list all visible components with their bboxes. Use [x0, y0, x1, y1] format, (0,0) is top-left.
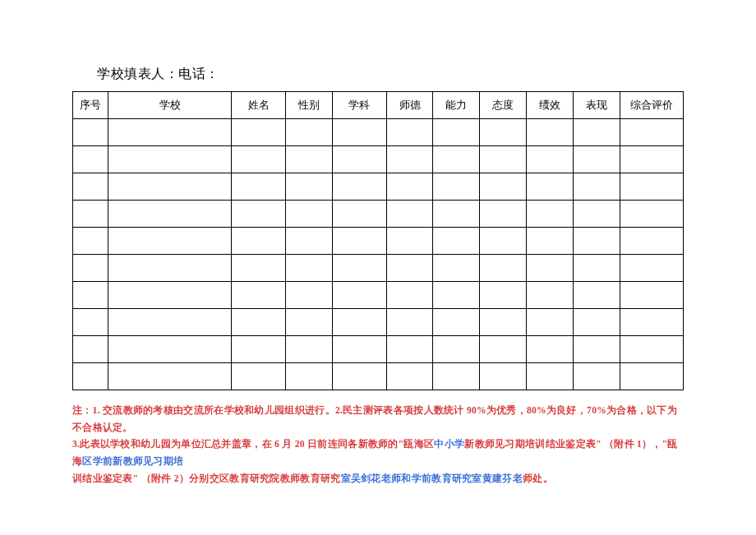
table-cell	[286, 201, 333, 228]
table-cell	[232, 336, 286, 363]
note-text-blue: 中小学	[434, 439, 464, 449]
table-cell	[232, 363, 286, 390]
table-row	[73, 173, 684, 201]
table-row	[73, 255, 684, 282]
table-header-row: 序号 学校 姓名 性别 学科 师德 能力 态度 绩效 表现 综合评价	[73, 92, 684, 119]
table-cell	[286, 255, 333, 282]
table-cell	[527, 336, 574, 363]
table-cell	[433, 255, 480, 282]
col-subject: 学科	[332, 92, 386, 119]
table-cell	[332, 173, 386, 201]
table-cell	[332, 255, 386, 282]
table-cell	[386, 336, 433, 363]
table-row	[73, 119, 684, 146]
table-cell	[286, 173, 333, 201]
table-cell	[620, 146, 683, 173]
col-seq: 序号	[73, 92, 108, 119]
table-cell	[386, 309, 433, 336]
table-cell	[286, 119, 333, 146]
table-cell	[573, 173, 620, 201]
footer-notes: 注：1. 交流教师的考核由交流所在学校和幼儿园组织进行。2.民主测评表各项按人数…	[72, 402, 684, 487]
table-cell	[73, 255, 108, 282]
table-cell	[527, 363, 574, 390]
phone-label: 电话：	[178, 67, 219, 81]
table-cell	[620, 228, 683, 255]
table-row	[73, 363, 684, 390]
table-cell	[332, 282, 386, 309]
table-cell	[108, 363, 232, 390]
note-text-blue: 区学前新教师见习期培	[82, 456, 183, 466]
table-row	[73, 336, 684, 363]
table-cell	[480, 173, 527, 201]
table-cell	[480, 146, 527, 173]
table-cell	[73, 336, 108, 363]
table-cell	[73, 173, 108, 201]
col-name: 姓名	[232, 92, 286, 119]
table-cell	[527, 255, 574, 282]
table-cell	[527, 282, 574, 309]
table-cell	[108, 119, 232, 146]
col-attitude: 态度	[480, 92, 527, 119]
table-cell	[108, 201, 232, 228]
table-row	[73, 282, 684, 309]
table-cell	[73, 119, 108, 146]
table-cell	[108, 336, 232, 363]
table-cell	[232, 255, 286, 282]
col-school: 学校	[108, 92, 232, 119]
table-cell	[108, 309, 232, 336]
table-cell	[232, 146, 286, 173]
table-cell	[108, 173, 232, 201]
table-cell	[73, 363, 108, 390]
col-gender: 性别	[286, 92, 333, 119]
table-cell	[433, 119, 480, 146]
table-cell	[480, 228, 527, 255]
table-cell	[573, 146, 620, 173]
table-cell	[620, 363, 683, 390]
table-cell	[108, 146, 232, 173]
table-cell	[527, 119, 574, 146]
table-cell	[332, 363, 386, 390]
table-cell	[480, 363, 527, 390]
table-cell	[620, 336, 683, 363]
col-behavior: 表现	[573, 92, 620, 119]
table-cell	[108, 228, 232, 255]
col-perf: 绩效	[527, 92, 574, 119]
table-cell	[386, 146, 433, 173]
table-cell	[620, 173, 683, 201]
note-text-blue: 室吴剑花老师和学前教育研究室黄建芬老	[341, 473, 523, 483]
table-cell	[480, 336, 527, 363]
table-cell	[433, 363, 480, 390]
table-row	[73, 146, 684, 173]
table-cell	[480, 282, 527, 309]
evaluation-table: 序号 学校 姓名 性别 学科 师德 能力 态度 绩效 表现 综合评价	[72, 91, 684, 390]
table-cell	[433, 282, 480, 309]
table-cell	[332, 336, 386, 363]
table-cell	[620, 201, 683, 228]
table-cell	[480, 255, 527, 282]
table-cell	[573, 201, 620, 228]
table-cell	[620, 282, 683, 309]
table-cell	[573, 363, 620, 390]
table-cell	[433, 201, 480, 228]
table-cell	[332, 119, 386, 146]
table-cell	[480, 309, 527, 336]
note-text: 注：1. 交流教师的考核由交流所在学校和幼儿园组织进行。2.民主测评表各项按人数…	[72, 405, 677, 432]
table-cell	[232, 309, 286, 336]
table-cell	[232, 201, 286, 228]
table-row	[73, 201, 684, 228]
table-cell	[480, 119, 527, 146]
table-cell	[573, 309, 620, 336]
col-eval: 综合评价	[620, 92, 683, 119]
note-line-3: 训结业鉴定表" （附件 2）分别交区教育研究院教师教育研究室吴剑花老师和学前教育…	[72, 470, 684, 487]
table-cell	[232, 173, 286, 201]
table-cell	[433, 146, 480, 173]
note-line-1: 注：1. 交流教师的考核由交流所在学校和幼儿园组织进行。2.民主测评表各项按人数…	[72, 402, 684, 436]
table-cell	[433, 336, 480, 363]
note-text: 师处。	[523, 473, 553, 483]
table-cell	[480, 201, 527, 228]
table-cell	[286, 282, 333, 309]
note-line-2: 3.此表以学校和幼儿园为单位汇总并盖章，在 6 月 20 日前连同各新教师的"瓯…	[72, 436, 684, 469]
table-cell	[286, 146, 333, 173]
table-cell	[286, 228, 333, 255]
table-cell	[73, 201, 108, 228]
